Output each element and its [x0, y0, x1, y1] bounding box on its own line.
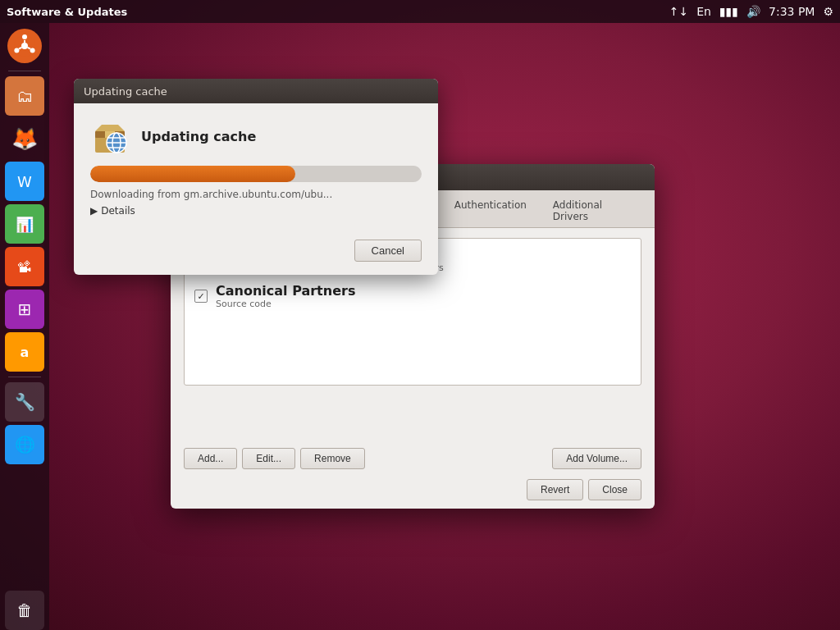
revert-button[interactable]: Revert	[527, 479, 583, 500]
table-row[interactable]: Canonical Partners Source code	[188, 278, 637, 314]
sidebar-item-writer[interactable]: W	[5, 162, 44, 201]
progress-titlebar: Updating cache	[74, 79, 438, 103]
sidebar: 🗂 🦊 W 📊 📽 ⊞ a 🔧 🌐 🗑	[0, 23, 49, 630]
progress-heading: Updating cache	[141, 129, 256, 144]
sidebar-item-ubuntu[interactable]	[5, 26, 44, 66]
repo-info-2: Canonical Partners Source code	[216, 283, 355, 309]
sidebar-item-settings[interactable]: 🔧	[5, 382, 44, 422]
sidebar-divider-1	[8, 71, 41, 71]
remove-button[interactable]: Remove	[300, 448, 365, 469]
buttons-left: Add... Edit... Remove	[184, 448, 365, 469]
sidebar-item-amazon[interactable]: a	[5, 332, 44, 372]
progress-dialog: Updating cache	[74, 79, 438, 275]
keyboard-indicator-icon[interactable]: En	[696, 5, 711, 18]
edit-button[interactable]: Edit...	[242, 448, 295, 469]
sidebar-item-impress[interactable]: 📽	[5, 247, 44, 286]
progress-bar-fill	[90, 166, 295, 182]
progress-footer: Cancel	[74, 233, 438, 275]
add-button[interactable]: Add...	[184, 448, 237, 469]
network-indicator-icon[interactable]: ↑↓	[669, 5, 688, 18]
sidebar-item-calc[interactable]: 📊	[5, 204, 44, 244]
sidebar-item-network[interactable]: 🌐	[5, 425, 44, 464]
cancel-button[interactable]: Cancel	[354, 240, 422, 262]
tab-authentication[interactable]: Authentication	[442, 194, 539, 227]
chevron-right-icon: ▶	[90, 205, 98, 217]
gear-icon[interactable]: ⚙	[823, 5, 833, 18]
sidebar-item-trash[interactable]: 🗑	[5, 591, 44, 630]
progress-header: Updating cache	[90, 116, 422, 156]
repo-checkbox-2[interactable]	[194, 290, 208, 303]
progress-body: Updating cache Downloading from gm.archi…	[74, 103, 438, 233]
svg-point-4	[14, 48, 19, 53]
desktop: Software & Updates ↑↓ En ▮▮▮ 🔊 7:33 PM ⚙	[0, 0, 840, 630]
add-volume-button[interactable]: Add Volume...	[552, 448, 641, 469]
progress-bar-container	[90, 166, 422, 182]
volume-icon[interactable]: 🔊	[746, 5, 760, 18]
svg-point-3	[30, 48, 35, 53]
buttons-right: Add Volume...	[552, 448, 641, 469]
sidebar-item-firefox[interactable]: 🦊	[5, 119, 44, 158]
tab-additional-drivers[interactable]: Additional Drivers	[541, 194, 646, 227]
topbar: Software & Updates ↑↓ En ▮▮▮ 🔊 7:33 PM ⚙	[0, 0, 840, 23]
dialog-action-buttons: Add... Edit... Remove Add Volume...	[171, 441, 655, 479]
package-icon	[90, 116, 130, 156]
time-display: 7:33 PM	[769, 5, 815, 18]
svg-point-2	[22, 34, 27, 39]
sidebar-item-appstore[interactable]: ⊞	[5, 290, 44, 329]
details-toggle[interactable]: ▶ Details	[90, 205, 422, 217]
dialog-bottom-buttons: Revert Close	[171, 479, 655, 509]
battery-icon[interactable]: ▮▮▮	[719, 5, 738, 18]
topbar-app-title: Software & Updates	[7, 6, 127, 18]
svg-point-1	[21, 43, 28, 49]
sidebar-item-files[interactable]: 🗂	[5, 76, 44, 116]
progress-status-text: Downloading from gm.archive.ubuntu.com/u…	[90, 189, 422, 200]
progress-dialog-title: Updating cache	[84, 85, 167, 98]
topbar-right-icons: ↑↓ En ▮▮▮ 🔊 7:33 PM ⚙	[669, 5, 833, 18]
sidebar-divider-2	[8, 377, 41, 377]
close-dialog-button[interactable]: Close	[588, 479, 641, 500]
